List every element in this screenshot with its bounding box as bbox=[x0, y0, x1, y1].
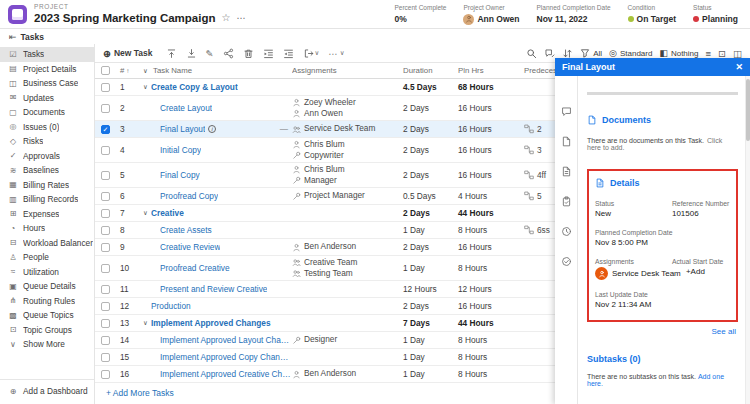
row-checkbox[interactable]: ✓ bbox=[101, 125, 110, 134]
scrollbar-thumb[interactable] bbox=[746, 79, 750, 141]
sidebar-item-tasks[interactable]: ☑Tasks bbox=[0, 47, 94, 62]
sidebar-item-project-details[interactable]: ▤Project Details bbox=[0, 62, 94, 77]
sidebar-item-show-more[interactable]: ∨Show More bbox=[0, 337, 94, 352]
task-name-link[interactable]: Production bbox=[151, 301, 191, 311]
sidebar-item-business-case[interactable]: ◫Business Case bbox=[0, 76, 94, 91]
task-name-link[interactable]: Final Copy bbox=[160, 170, 200, 180]
task-name-link[interactable]: Create Assets bbox=[160, 225, 212, 235]
task-name-link[interactable]: Proofread Creative bbox=[160, 263, 230, 273]
add-actual-start-link[interactable]: +Add bbox=[672, 267, 730, 276]
sidebar-item-hours[interactable]: ◔Hours bbox=[0, 221, 94, 236]
select-all-checkbox[interactable] bbox=[101, 66, 110, 75]
row-checkbox[interactable] bbox=[101, 146, 110, 155]
row-checkbox[interactable] bbox=[101, 353, 110, 362]
sidebar-item-risks[interactable]: ◇Risks bbox=[0, 134, 94, 149]
sidebar-item-expenses[interactable]: ⊞Expenses bbox=[0, 207, 94, 222]
documents-tab-icon[interactable] bbox=[561, 132, 572, 150]
task-name-link[interactable]: Initial Copy bbox=[160, 145, 201, 155]
details-tab-icon[interactable] bbox=[561, 162, 572, 180]
sidebar-item-updates[interactable]: ✉Updates bbox=[0, 91, 94, 106]
sidebar-item-queue-details[interactable]: ▣Queue Details bbox=[0, 279, 94, 294]
row-checkbox[interactable] bbox=[101, 302, 110, 311]
row-checkbox[interactable] bbox=[101, 192, 110, 201]
sidebar-item-utilization[interactable]: ≈Utilization bbox=[0, 265, 94, 280]
task-name-link[interactable]: Implement Approved Changes bbox=[151, 318, 271, 328]
task-name-link[interactable]: Create Layout bbox=[160, 103, 212, 113]
panel-scrollbar[interactable] bbox=[745, 76, 750, 404]
row-checkbox[interactable] bbox=[101, 83, 110, 92]
more-menu-icon[interactable]: ⋯ bbox=[236, 14, 246, 23]
sidebar-item-topic-groups[interactable]: ⊡Topic Groups bbox=[0, 323, 94, 338]
task-name-link[interactable]: Implement Approved Copy Changes bbox=[160, 352, 292, 362]
add-dashboard-button[interactable]: ⊕ Add a Dashboard bbox=[0, 379, 94, 404]
see-all-link[interactable]: See all bbox=[587, 327, 736, 336]
task-name-link[interactable]: Implement Approved Creative Changes bbox=[160, 369, 292, 379]
info-icon[interactable]: i bbox=[208, 125, 216, 133]
back-to-list-icon[interactable]: ⇤ bbox=[9, 32, 17, 42]
list-settings-icon[interactable]: ⊡ bbox=[718, 48, 726, 59]
sidebar-item-people[interactable]: ♙People bbox=[0, 250, 94, 265]
updates-tab-icon[interactable] bbox=[561, 102, 572, 120]
new-task-button[interactable]: ⊕ New Task bbox=[103, 48, 153, 59]
insert-task-above-button[interactable] bbox=[166, 48, 177, 59]
quick-edit-icon[interactable] bbox=[544, 48, 555, 59]
sidebar-item-routing-rules[interactable]: ⋔Routing Rules bbox=[0, 294, 94, 309]
row-checkbox[interactable] bbox=[101, 104, 110, 113]
task-name-link[interactable]: Creative Review bbox=[160, 242, 220, 252]
task-name-link[interactable]: Implement Approved Layout Changes bbox=[160, 335, 292, 345]
toolbar-more-button[interactable]: ⋯∨ bbox=[328, 48, 344, 59]
sidebar-item-documents[interactable]: ▢Documents bbox=[0, 105, 94, 120]
sidebar-item-workload-balancer[interactable]: ⊟Workload Balancer bbox=[0, 236, 94, 251]
grouping-control[interactable]: ◧ Nothing bbox=[659, 48, 698, 58]
task-name-link[interactable]: Final Layout bbox=[160, 124, 205, 134]
indent-icon[interactable] bbox=[263, 48, 274, 59]
hours-tab-icon[interactable] bbox=[561, 222, 572, 240]
list-view-icon[interactable]: ≡ bbox=[706, 48, 712, 59]
collapse-icon[interactable]: ∨ bbox=[143, 209, 151, 217]
sidebar-item-issues-0[interactable]: ◎Issues (0) bbox=[0, 120, 94, 135]
row-checkbox[interactable] bbox=[101, 209, 110, 218]
row-checkbox[interactable] bbox=[101, 370, 110, 379]
task-name-link[interactable]: Present and Review Creative bbox=[160, 284, 267, 294]
favorite-star-icon[interactable]: ☆ bbox=[222, 13, 231, 23]
outdent-icon[interactable] bbox=[283, 48, 294, 59]
export-button[interactable]: ∨ bbox=[303, 48, 320, 59]
task-name-link[interactable]: Create Copy & Layout bbox=[151, 82, 238, 92]
subtasks-tab-icon[interactable] bbox=[561, 192, 572, 210]
task-name-link[interactable]: Proofread Copy bbox=[160, 191, 218, 201]
approvals-tab-icon[interactable] bbox=[561, 252, 572, 270]
insert-task-below-button[interactable] bbox=[186, 48, 197, 59]
row-checkbox[interactable] bbox=[101, 226, 110, 235]
share-icon[interactable] bbox=[223, 48, 234, 59]
edit-icon[interactable]: ✎ bbox=[206, 48, 214, 59]
delete-icon[interactable] bbox=[243, 48, 254, 59]
column-header-task-name[interactable]: ∨Task Name bbox=[143, 66, 292, 75]
view-control[interactable]: ◎ Standard bbox=[609, 48, 652, 58]
collapse-icon[interactable]: ∨ bbox=[143, 83, 151, 91]
column-header-duration[interactable]: Duration bbox=[403, 66, 458, 75]
close-icon[interactable]: ✕ bbox=[735, 62, 743, 72]
sidebar-item-queue-topics[interactable]: ▩Queue Topics bbox=[0, 308, 94, 323]
row-checkbox[interactable] bbox=[101, 243, 110, 252]
column-header-pln-hrs[interactable]: Pln Hrs bbox=[458, 66, 522, 75]
collapse-all-icon[interactable]: ∨ bbox=[143, 67, 151, 75]
sort-icon[interactable] bbox=[562, 48, 573, 59]
sidebar-item-billing-records[interactable]: ▥Billing Records bbox=[0, 192, 94, 207]
row-checkbox[interactable] bbox=[101, 285, 110, 294]
sidebar-list: ☑Tasks▤Project Details◫Business Case✉Upd… bbox=[0, 47, 94, 352]
row-checkbox[interactable] bbox=[101, 264, 110, 273]
filter-control[interactable]: All bbox=[580, 48, 602, 58]
column-header-assignments[interactable]: Assignments bbox=[292, 66, 403, 75]
sidebar-item-billing-rates[interactable]: ▦Billing Rates bbox=[0, 178, 94, 193]
task-name-link[interactable]: Creative bbox=[151, 208, 184, 218]
row-checkbox[interactable] bbox=[101, 171, 110, 180]
sidebar-item-approvals[interactable]: ✓Approvals bbox=[0, 149, 94, 164]
open-panel-icon[interactable]: ◫ bbox=[733, 48, 742, 59]
collapse-icon[interactable]: ∨ bbox=[143, 319, 151, 327]
sidebar-item-baselines[interactable]: ≋Baselines bbox=[0, 163, 94, 178]
column-header-number[interactable]: #↑ bbox=[117, 66, 143, 75]
breadcrumb[interactable]: ⇤ Tasks bbox=[0, 29, 750, 44]
search-icon[interactable] bbox=[526, 48, 537, 59]
row-checkbox[interactable] bbox=[101, 336, 110, 345]
row-checkbox[interactable] bbox=[101, 319, 110, 328]
